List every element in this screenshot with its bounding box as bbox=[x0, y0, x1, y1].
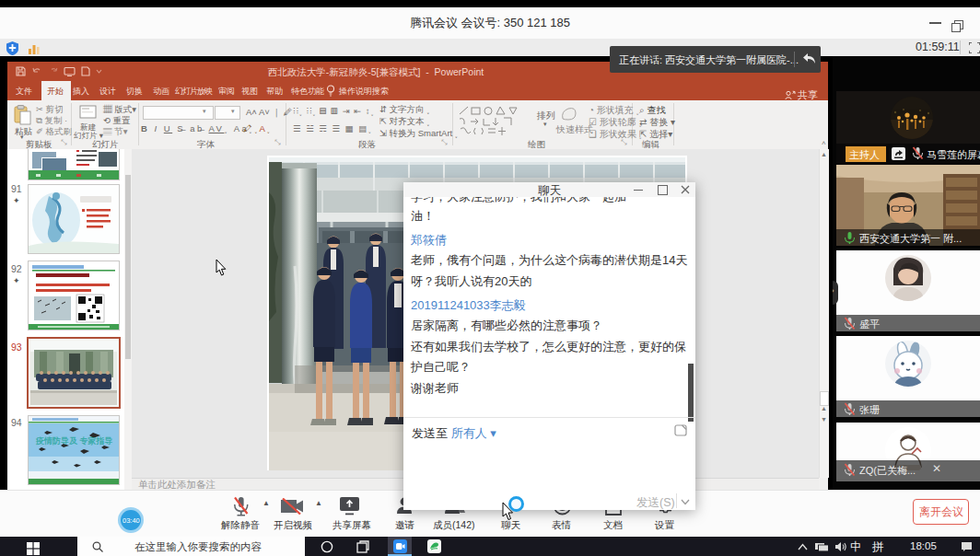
svg-text:疫情防导及 专家指导: 疫情防导及 专家指导 bbox=[35, 436, 113, 446]
